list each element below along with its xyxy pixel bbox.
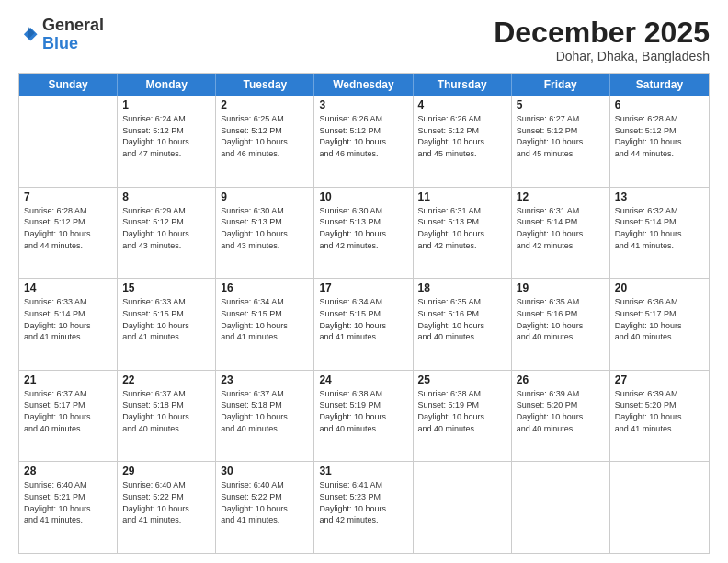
day-number: 9: [221, 190, 309, 203]
day-number: 17: [319, 282, 407, 294]
title-block: December 2025 Dohar, Dhaka, Bangladesh: [494, 17, 710, 63]
page-header: General Blue December 2025 Dohar, Dhaka,…: [18, 17, 710, 63]
day-number: 30: [221, 465, 309, 477]
day-number: 21: [24, 373, 112, 386]
cell-info: Sunrise: 6:24 AM Sunset: 5:12 PM Dayligh…: [122, 113, 210, 159]
day-number: 7: [24, 190, 112, 203]
day-number: 22: [122, 373, 210, 386]
table-row: [512, 462, 610, 553]
day-number: 28: [24, 465, 112, 477]
table-row: 6Sunrise: 6:28 AM Sunset: 5:12 PM Daylig…: [610, 96, 709, 187]
day-number: 27: [615, 373, 704, 386]
table-row: 20Sunrise: 6:36 AM Sunset: 5:17 PM Dayli…: [610, 279, 709, 370]
cell-info: Sunrise: 6:33 AM Sunset: 5:15 PM Dayligh…: [122, 296, 210, 342]
calendar: SundayMondayTuesdayWednesdayThursdayFrid…: [18, 73, 710, 554]
cell-info: Sunrise: 6:31 AM Sunset: 5:13 PM Dayligh…: [418, 205, 506, 251]
day-number: 20: [615, 282, 704, 294]
cell-info: Sunrise: 6:33 AM Sunset: 5:14 PM Dayligh…: [24, 296, 112, 342]
calendar-row-1: 7Sunrise: 6:28 AM Sunset: 5:12 PM Daylig…: [19, 188, 709, 280]
table-row: 25Sunrise: 6:38 AM Sunset: 5:19 PM Dayli…: [414, 371, 512, 462]
day-number: 24: [319, 373, 407, 386]
cell-info: Sunrise: 6:40 AM Sunset: 5:22 PM Dayligh…: [221, 479, 309, 525]
cell-info: Sunrise: 6:38 AM Sunset: 5:19 PM Dayligh…: [319, 388, 407, 434]
table-row: 1Sunrise: 6:24 AM Sunset: 5:12 PM Daylig…: [118, 96, 216, 187]
day-number: 16: [221, 282, 309, 294]
cell-info: Sunrise: 6:25 AM Sunset: 5:12 PM Dayligh…: [221, 113, 309, 159]
cell-info: Sunrise: 6:28 AM Sunset: 5:12 PM Dayligh…: [24, 205, 112, 251]
calendar-row-4: 28Sunrise: 6:40 AM Sunset: 5:21 PM Dayli…: [19, 462, 709, 553]
table-row: 17Sunrise: 6:34 AM Sunset: 5:15 PM Dayli…: [314, 279, 413, 370]
day-number: 5: [517, 98, 605, 111]
header-cell-wednesday: Wednesday: [314, 74, 413, 96]
day-number: 11: [418, 190, 506, 203]
day-number: 13: [615, 190, 704, 203]
day-number: 19: [517, 282, 605, 294]
day-number: 15: [122, 282, 210, 294]
table-row: 23Sunrise: 6:37 AM Sunset: 5:18 PM Dayli…: [216, 371, 314, 462]
day-number: 4: [418, 98, 506, 111]
table-row: 5Sunrise: 6:27 AM Sunset: 5:12 PM Daylig…: [512, 96, 610, 187]
day-number: 3: [319, 98, 407, 111]
table-row: 26Sunrise: 6:39 AM Sunset: 5:20 PM Dayli…: [512, 371, 610, 462]
cell-info: Sunrise: 6:32 AM Sunset: 5:14 PM Dayligh…: [615, 205, 704, 251]
month-title: December 2025: [494, 17, 710, 49]
calendar-body: 1Sunrise: 6:24 AM Sunset: 5:12 PM Daylig…: [19, 96, 709, 553]
table-row: 14Sunrise: 6:33 AM Sunset: 5:14 PM Dayli…: [19, 279, 118, 370]
cell-info: Sunrise: 6:37 AM Sunset: 5:17 PM Dayligh…: [24, 388, 112, 434]
location: Dohar, Dhaka, Bangladesh: [494, 49, 710, 63]
header-cell-sunday: Sunday: [19, 74, 118, 96]
table-row: 13Sunrise: 6:32 AM Sunset: 5:14 PM Dayli…: [610, 188, 709, 279]
calendar-row-2: 14Sunrise: 6:33 AM Sunset: 5:14 PM Dayli…: [19, 279, 709, 371]
logo-icon: [18, 25, 39, 45]
table-row: 7Sunrise: 6:28 AM Sunset: 5:12 PM Daylig…: [19, 188, 118, 279]
day-number: 6: [615, 98, 704, 111]
cell-info: Sunrise: 6:40 AM Sunset: 5:21 PM Dayligh…: [24, 479, 112, 525]
table-row: 4Sunrise: 6:26 AM Sunset: 5:12 PM Daylig…: [414, 96, 512, 187]
cell-info: Sunrise: 6:35 AM Sunset: 5:16 PM Dayligh…: [517, 296, 605, 342]
table-row: [610, 462, 709, 553]
cell-info: Sunrise: 6:29 AM Sunset: 5:12 PM Dayligh…: [122, 205, 210, 251]
day-number: 31: [319, 465, 407, 477]
cell-info: Sunrise: 6:34 AM Sunset: 5:15 PM Dayligh…: [319, 296, 407, 342]
table-row: 3Sunrise: 6:26 AM Sunset: 5:12 PM Daylig…: [314, 96, 413, 187]
cell-info: Sunrise: 6:37 AM Sunset: 5:18 PM Dayligh…: [221, 388, 309, 434]
calendar-row-3: 21Sunrise: 6:37 AM Sunset: 5:17 PM Dayli…: [19, 371, 709, 463]
header-cell-saturday: Saturday: [610, 74, 709, 96]
day-number: 12: [517, 190, 605, 203]
cell-info: Sunrise: 6:38 AM Sunset: 5:19 PM Dayligh…: [418, 388, 506, 434]
cell-info: Sunrise: 6:30 AM Sunset: 5:13 PM Dayligh…: [319, 205, 407, 251]
table-row: 18Sunrise: 6:35 AM Sunset: 5:16 PM Dayli…: [414, 279, 512, 370]
cell-info: Sunrise: 6:27 AM Sunset: 5:12 PM Dayligh…: [517, 113, 605, 159]
cell-info: Sunrise: 6:35 AM Sunset: 5:16 PM Dayligh…: [418, 296, 506, 342]
table-row: 29Sunrise: 6:40 AM Sunset: 5:22 PM Dayli…: [118, 462, 216, 553]
day-number: 2: [221, 98, 309, 111]
day-number: 14: [24, 282, 112, 294]
table-row: 27Sunrise: 6:39 AM Sunset: 5:20 PM Dayli…: [610, 371, 709, 462]
day-number: 26: [517, 373, 605, 386]
header-cell-monday: Monday: [118, 74, 216, 96]
day-number: 29: [122, 465, 210, 477]
day-number: 1: [122, 98, 210, 111]
page: General Blue December 2025 Dohar, Dhaka,…: [0, 0, 728, 563]
table-row: [414, 462, 512, 553]
cell-info: Sunrise: 6:36 AM Sunset: 5:17 PM Dayligh…: [615, 296, 704, 342]
cell-info: Sunrise: 6:41 AM Sunset: 5:23 PM Dayligh…: [319, 479, 407, 525]
table-row: 22Sunrise: 6:37 AM Sunset: 5:18 PM Dayli…: [118, 371, 216, 462]
table-row: 12Sunrise: 6:31 AM Sunset: 5:14 PM Dayli…: [512, 188, 610, 279]
cell-info: Sunrise: 6:30 AM Sunset: 5:13 PM Dayligh…: [221, 205, 309, 251]
cell-info: Sunrise: 6:40 AM Sunset: 5:22 PM Dayligh…: [122, 479, 210, 525]
cell-info: Sunrise: 6:37 AM Sunset: 5:18 PM Dayligh…: [122, 388, 210, 434]
table-row: 16Sunrise: 6:34 AM Sunset: 5:15 PM Dayli…: [216, 279, 314, 370]
table-row: 8Sunrise: 6:29 AM Sunset: 5:12 PM Daylig…: [118, 188, 216, 279]
logo: General Blue: [18, 17, 104, 53]
cell-info: Sunrise: 6:34 AM Sunset: 5:15 PM Dayligh…: [221, 296, 309, 342]
header-cell-thursday: Thursday: [414, 74, 512, 96]
table-row: 24Sunrise: 6:38 AM Sunset: 5:19 PM Dayli…: [314, 371, 413, 462]
day-number: 8: [122, 190, 210, 203]
calendar-header: SundayMondayTuesdayWednesdayThursdayFrid…: [19, 74, 709, 96]
cell-info: Sunrise: 6:39 AM Sunset: 5:20 PM Dayligh…: [517, 388, 605, 434]
table-row: 10Sunrise: 6:30 AM Sunset: 5:13 PM Dayli…: [314, 188, 413, 279]
table-row: 9Sunrise: 6:30 AM Sunset: 5:13 PM Daylig…: [216, 188, 314, 279]
day-number: 10: [319, 190, 407, 203]
calendar-row-0: 1Sunrise: 6:24 AM Sunset: 5:12 PM Daylig…: [19, 96, 709, 188]
